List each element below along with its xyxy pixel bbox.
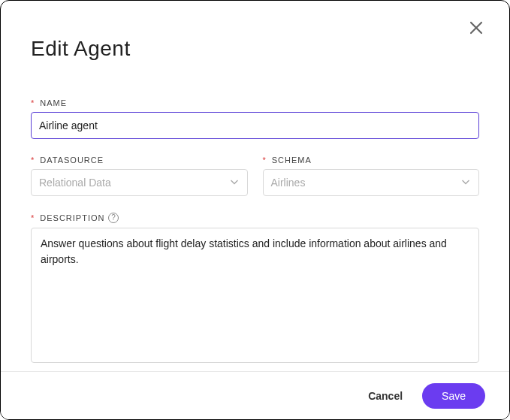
schema-label: * SCHEMA xyxy=(263,156,480,165)
modal-footer: Cancel Save xyxy=(1,371,509,419)
datasource-select[interactable]: Relational Data xyxy=(31,169,248,196)
close-icon xyxy=(469,20,484,35)
close-button[interactable] xyxy=(466,17,487,38)
description-textarea[interactable] xyxy=(31,228,479,363)
schema-value: Airlines xyxy=(271,177,306,189)
schema-select[interactable]: Airlines xyxy=(263,169,480,196)
save-button[interactable]: Save xyxy=(422,383,485,409)
description-field: * DESCRIPTION ? xyxy=(31,213,479,366)
edit-agent-modal: Edit Agent * NAME * DATASOURCE Relationa… xyxy=(1,1,509,369)
datasource-field: * DATASOURCE Relational Data xyxy=(31,156,248,196)
help-icon[interactable]: ? xyxy=(108,213,119,223)
modal-title: Edit Agent xyxy=(31,37,479,61)
description-label: * DESCRIPTION ? xyxy=(31,213,479,223)
description-label-text: DESCRIPTION xyxy=(40,213,104,222)
required-asterisk: * xyxy=(31,156,35,165)
name-label-text: NAME xyxy=(40,98,67,107)
required-asterisk: * xyxy=(31,213,35,222)
name-label: * NAME xyxy=(31,98,479,107)
required-asterisk: * xyxy=(263,156,267,165)
datasource-label-text: DATASOURCE xyxy=(40,156,104,165)
schema-label-text: SCHEMA xyxy=(272,156,312,165)
datasource-value: Relational Data xyxy=(39,177,111,189)
datasource-label: * DATASOURCE xyxy=(31,156,248,165)
name-input[interactable] xyxy=(31,112,479,139)
schema-field: * SCHEMA Airlines xyxy=(263,156,480,196)
cancel-button[interactable]: Cancel xyxy=(361,384,410,408)
required-asterisk: * xyxy=(31,98,35,107)
name-field: * NAME xyxy=(31,98,479,139)
